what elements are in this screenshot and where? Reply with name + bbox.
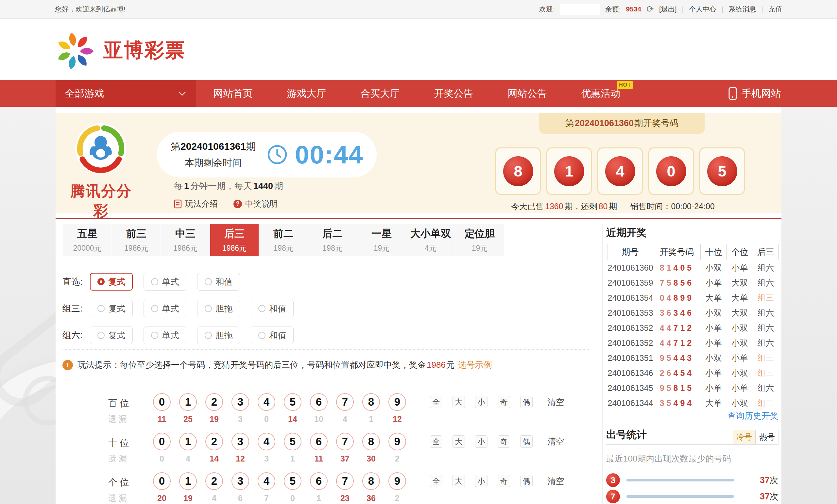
digit-ball[interactable]: 4 [257,472,275,490]
nav-item-site-announce[interactable]: 网站公告 [491,80,564,107]
recharge-link[interactable]: 充值 [768,4,782,14]
last3-cell: 组三 [753,290,779,305]
select-odd-button[interactable]: 奇 [498,475,510,487]
nav-item-mobile-site[interactable]: 手机网站 [728,80,781,107]
profile-link[interactable]: 个人中心 [689,4,716,14]
nav-item-draw-announce[interactable]: 开奖公告 [417,80,491,107]
omission-count: 36 [367,493,376,503]
game-tab[interactable]: 一星19元 [357,224,406,256]
digit-ball[interactable]: 8 [362,472,380,490]
nav-item-group-buy[interactable]: 合买大厅 [343,80,417,107]
select-all-button[interactable]: 全 [430,435,442,448]
bet-option-button[interactable]: 和值 [251,300,293,317]
digit-ball[interactable]: 0 [153,433,171,450]
select-all-button[interactable]: 全 [430,475,442,487]
recent-draws-table: 期号 开奖号码 十位 个位 后三 240106136081405小双小单组六24… [607,244,779,411]
clear-button[interactable]: 清空 [547,436,564,448]
one-cell: 小单 [727,260,753,275]
bet-option-button[interactable]: 单式 [144,300,186,317]
rules-link[interactable]: 玩法介绍 [174,198,218,209]
digit-ball[interactable]: 2 [205,433,223,450]
select-all-button[interactable]: 全 [430,396,442,408]
draw-ball-number: 8 [503,156,533,186]
digit-ball[interactable]: 7 [336,393,354,411]
digit-ball[interactable]: 5 [284,393,301,411]
select-big-button[interactable]: 大 [452,475,465,487]
clear-button[interactable]: 清空 [547,475,564,487]
bet-option-label: 和值 [216,276,233,288]
last3-cell: 组六 [753,305,779,320]
game-tab[interactable]: 后三1986元 [210,224,259,256]
code-cell: 44712 [653,320,701,335]
digit-ball[interactable]: 7 [336,472,354,490]
clear-button[interactable]: 清空 [547,396,564,408]
radio-icon [97,332,105,339]
bet-option-button[interactable]: 和值 [251,326,293,344]
digit-ball[interactable]: 6 [310,472,327,490]
digit-ball[interactable]: 6 [310,393,327,411]
tab-hot-numbers[interactable]: 热号 [755,430,779,444]
select-small-button[interactable]: 小 [475,435,487,448]
omission-count: 20 [157,493,166,503]
game-tab[interactable]: 五星20000元 [63,224,111,256]
digit-ball[interactable]: 6 [310,433,327,450]
digit-ball[interactable]: 0 [153,393,171,411]
digit-ball[interactable]: 1 [179,393,197,411]
digit-ball[interactable]: 7 [336,433,354,450]
digit-ball[interactable]: 0 [153,472,171,490]
game-tab[interactable]: 前三1986元 [112,224,161,256]
example-link[interactable]: 选号示例 [458,360,492,370]
messages-link[interactable]: 系统消息 [729,4,756,14]
all-games-menu[interactable]: 全部游戏 [56,80,196,107]
select-even-button[interactable]: 偶 [520,396,533,408]
select-small-button[interactable]: 小 [475,396,487,408]
last3-cell: 组三 [753,365,779,380]
select-big-button[interactable]: 大 [452,435,465,448]
bet-option-button[interactable]: 复式 [90,300,133,317]
logout-link[interactable]: [退出] [659,4,677,14]
digit-ball[interactable]: 8 [362,393,380,411]
nav-item-home[interactable]: 网站首页 [196,80,270,107]
digit-ball[interactable]: 5 [284,433,301,450]
digit-ball[interactable]: 8 [362,433,380,450]
select-small-button[interactable]: 小 [475,475,487,487]
game-tab[interactable]: 大小单双4元 [406,224,455,256]
digit-ball[interactable]: 3 [231,433,249,450]
select-even-button[interactable]: 偶 [520,475,533,487]
bet-option-button[interactable]: 单式 [144,273,186,291]
select-big-button[interactable]: 大 [452,396,465,408]
bet-option-button[interactable]: 胆拖 [197,300,240,317]
history-link[interactable]: 查询历史开奖 [607,410,779,421]
tab-cold-numbers[interactable]: 冷号 [733,430,755,444]
digit-ball[interactable]: 9 [388,433,406,450]
welcome-input[interactable] [560,4,600,15]
select-even-button[interactable]: 偶 [520,435,533,448]
digit-ball[interactable]: 5 [284,472,301,490]
prize-info-link[interactable]: ? 中奖说明 [233,198,278,209]
bet-option-button[interactable]: 胆拖 [197,326,240,344]
bet-option-button[interactable]: 复式 [90,326,133,344]
digit-ball[interactable]: 9 [388,393,406,411]
bet-option-button[interactable]: 单式 [144,326,186,344]
select-odd-button[interactable]: 奇 [498,396,510,408]
game-tab[interactable]: 定位胆19元 [456,224,504,256]
digit-ball[interactable]: 4 [257,393,275,411]
bet-option-button[interactable]: 复式 [90,273,133,291]
digit-ball[interactable]: 4 [257,433,275,450]
bet-option-button[interactable]: 和值 [197,273,240,291]
nav-item-promotions[interactable]: 优惠活动 HOT [564,80,638,107]
digit-ball[interactable]: 9 [388,472,406,490]
digit-ball[interactable]: 1 [179,472,197,490]
digit-ball[interactable]: 1 [179,433,197,450]
refresh-icon[interactable]: ⟳ [646,5,654,14]
game-tab[interactable]: 中三1986元 [161,224,210,256]
one-cell: 小单 [727,350,753,365]
game-tab[interactable]: 后二198元 [308,224,357,256]
digit-ball[interactable]: 2 [205,393,223,411]
digit-ball[interactable]: 3 [231,472,249,490]
digit-ball[interactable]: 3 [231,393,249,411]
nav-item-game-hall[interactable]: 游戏大厅 [270,80,343,107]
game-tab[interactable]: 前二198元 [259,224,308,256]
digit-ball[interactable]: 2 [205,472,223,490]
select-odd-button[interactable]: 奇 [498,435,510,448]
